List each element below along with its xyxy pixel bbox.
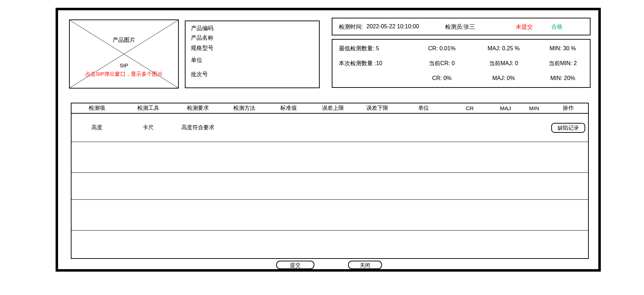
col-header-action: 操作 — [548, 104, 588, 112]
product-info-panel: 产品编码 产品名称 规格型号 单位 批次号 — [185, 21, 320, 88]
sip-label[interactable]: SIP — [70, 62, 178, 68]
sip-hint-note: 点击SIP弹出窗口，显示多个图片 — [70, 71, 178, 78]
table-row: 高度 卡尺 高度符合要求 缺陷记录 — [72, 114, 588, 142]
metric-cr-rate: CR: 0% — [412, 75, 471, 81]
cell-item: 高度 — [72, 124, 122, 131]
cell-tool: 卡尺 — [122, 124, 174, 131]
inspection-time-label: 检测时间: — [339, 23, 363, 31]
field-label-product-name: 产品名称 — [191, 34, 213, 42]
metric-cr-limit: CR: 0.01% — [412, 45, 471, 52]
metric-min-rate: MIN: 20% — [536, 75, 590, 81]
metric-current-cr: 当前CR: 0 — [412, 60, 471, 67]
metric-current-maj: 当前MAJ: 0 — [472, 60, 536, 67]
empty-table-row — [72, 173, 588, 200]
field-label-product-code: 产品编码 — [191, 25, 213, 32]
image-placeholder-x-icon — [70, 20, 178, 88]
metric-current-inspect-qty: 本次检测数量 :10 — [332, 60, 412, 67]
product-image-placeholder[interactable]: 产品图片 SIP 点击SIP弹出窗口，显示多个图片 — [69, 19, 179, 89]
col-header-unit: 单位 — [399, 104, 448, 112]
col-header-tool: 检测工具 — [122, 104, 174, 112]
col-header-lower-limit: 误差下限 — [355, 104, 399, 112]
inspection-items-table: 检测项 检测工具 检测要求 检测方法 标准值 误差上限 误差下限 单位 CR M… — [71, 103, 589, 259]
inspection-header-panel: 检测时间: 2022-05-22 10:10:00 检测员:张三 未提交 合格 — [332, 18, 591, 35]
empty-table-row — [72, 200, 588, 231]
col-header-upper-limit: 误差上限 — [310, 104, 356, 112]
cell-requirement: 高度符合要求 — [174, 124, 222, 131]
empty-table-row — [72, 231, 588, 258]
col-header-cr: CR — [448, 105, 492, 112]
metric-maj-rate: MAJ: 0% — [472, 75, 536, 81]
col-header-method: 检测方法 — [222, 104, 267, 112]
col-header-min: MIN — [520, 105, 549, 112]
metric-current-min: 当前MIN: 2 — [536, 60, 590, 67]
table-header-row: 检测项 检测工具 检测要求 检测方法 标准值 误差上限 误差下限 单位 CR M… — [72, 103, 588, 114]
inspector-name: 检测员:张三 — [445, 23, 475, 31]
metric-maj-limit: MAJ: 0.25 % — [472, 45, 536, 52]
product-image-label: 产品图片 — [70, 36, 178, 44]
col-header-standard: 标准值 — [267, 104, 310, 112]
col-header-maj: MAJ — [491, 105, 520, 112]
field-label-batch-no: 批次号 — [191, 71, 208, 78]
empty-table-row — [72, 142, 588, 173]
submit-button[interactable]: 提交 — [276, 261, 314, 269]
col-header-item: 检测项 — [72, 104, 122, 112]
submit-status-badge: 未提交 — [516, 23, 533, 31]
field-label-unit: 单位 — [191, 57, 202, 64]
metric-min-limit: MIN: 30 % — [536, 45, 590, 52]
result-status-badge: 合格 — [551, 23, 563, 31]
metrics-panel: 最低检测数量: 5 CR: 0.01% MAJ: 0.25 % MIN: 30 … — [332, 39, 591, 88]
defect-record-button[interactable]: 缺陷记录 — [551, 123, 585, 133]
field-label-spec-model: 规格型号 — [191, 45, 213, 52]
col-header-requirement: 检测要求 — [174, 104, 222, 112]
inspection-time-value: 2022-05-22 10:10:00 — [366, 23, 419, 30]
close-button[interactable]: 关闭 — [348, 261, 382, 269]
metric-min-inspect-qty: 最低检测数量: 5 — [332, 45, 412, 52]
